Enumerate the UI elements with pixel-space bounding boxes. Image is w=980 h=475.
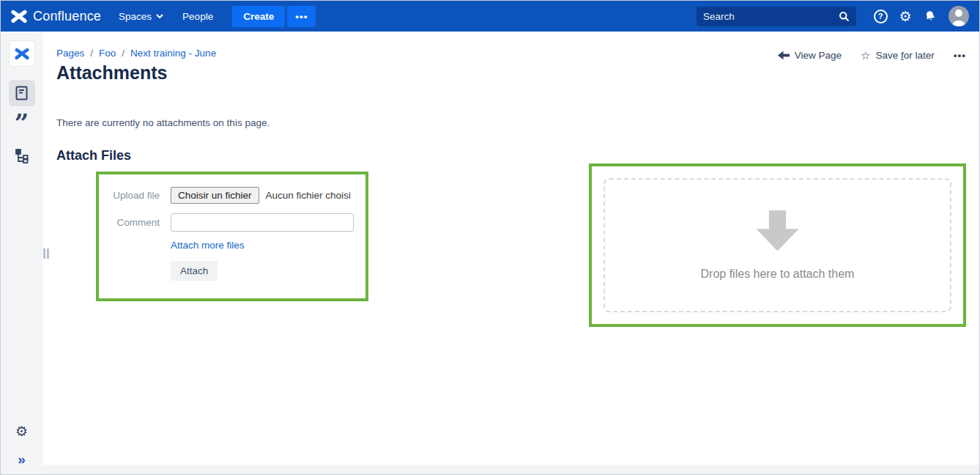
page-more-button[interactable]: ••• — [954, 50, 966, 61]
back-arrow-icon — [778, 51, 790, 60]
page-icon — [15, 86, 28, 100]
confluence-home-link[interactable]: Confluence — [11, 9, 101, 24]
attach-files-heading: Attach Files — [56, 148, 131, 163]
double-chevron-right-icon: » — [18, 452, 26, 466]
search-box[interactable] — [697, 7, 856, 26]
help-icon: ? — [874, 10, 888, 23]
drop-zone-message: Drop files here to attach them — [701, 268, 855, 281]
drop-zone[interactable]: Drop files here to attach them — [589, 163, 966, 327]
comment-label: Comment — [108, 217, 160, 228]
help-button[interactable]: ? — [868, 4, 893, 29]
top-navbar: Confluence Spaces People Create ••• ? ⚙ — [1, 1, 979, 32]
sidebar-resize-handle[interactable] — [43, 248, 49, 259]
app-window: Confluence Spaces People Create ••• ? ⚙ — [0, 0, 980, 475]
attach-more-files-link[interactable]: Attach more files — [171, 240, 245, 251]
space-logo[interactable] — [10, 41, 34, 66]
confluence-logo-icon — [11, 10, 27, 23]
view-page-button[interactable]: View Page — [778, 50, 842, 61]
create-button[interactable]: Create — [232, 6, 285, 27]
avatar-person-icon — [955, 10, 962, 17]
quote-icon: ” — [15, 118, 29, 133]
notifications-button[interactable] — [918, 4, 943, 29]
comment-input[interactable] — [171, 213, 354, 232]
space-settings-gear-icon: ⚙ — [15, 424, 28, 438]
view-page-label: View Page — [795, 50, 842, 61]
nav-people-link[interactable]: People — [182, 11, 213, 22]
drop-zone-dashed-area[interactable]: Drop files here to attach them — [604, 178, 951, 312]
nav-more-button[interactable]: ••• — [287, 6, 316, 27]
expand-sidebar-button[interactable]: » — [18, 452, 26, 466]
avatar-person-body — [952, 21, 965, 26]
sidebar-item-pages[interactable] — [9, 80, 35, 106]
gear-icon: ⚙ — [899, 10, 911, 23]
breadcrumb-separator: / — [90, 48, 93, 59]
breadcrumb-foo-link[interactable]: Foo — [99, 48, 116, 59]
empty-attachments-message: There are currently no attachments on th… — [56, 117, 270, 128]
search-icon[interactable] — [839, 11, 850, 22]
star-icon: ☆ — [861, 50, 870, 61]
nav-spaces-menu[interactable]: Spaces — [119, 11, 163, 22]
page-title: Attachments — [56, 62, 167, 84]
attach-button[interactable]: Attach — [171, 261, 218, 281]
space-confluence-icon — [15, 48, 29, 60]
upload-file-label: Upload file — [108, 190, 160, 201]
tree-icon — [15, 149, 29, 163]
chevron-down-icon — [156, 14, 163, 18]
breadcrumb: Pages / Foo / Next training - June — [56, 48, 216, 59]
nav-people-label: People — [182, 11, 213, 22]
brand-name: Confluence — [33, 9, 101, 24]
nav-spaces-label: Spaces — [119, 11, 152, 22]
main-content: Pages / Foo / Next training - June Attac… — [42, 32, 979, 474]
bell-icon — [922, 8, 938, 24]
space-sidebar: ” ⚙ » — [1, 32, 42, 474]
space-settings-button[interactable]: ⚙ — [15, 424, 28, 438]
breadcrumb-page-link[interactable]: Next training - June — [130, 48, 216, 59]
page-actions: View Page ☆ Save for later ••• — [778, 50, 966, 61]
user-avatar[interactable] — [949, 6, 969, 26]
download-arrow-icon — [757, 210, 799, 251]
sidebar-item-blogs[interactable]: ” — [15, 118, 29, 133]
file-chosen-status: Aucun fichier choisi — [266, 190, 351, 201]
settings-button[interactable]: ⚙ — [893, 4, 918, 29]
search-input[interactable] — [703, 11, 839, 22]
save-for-later-label: Save for later — [875, 50, 934, 61]
choose-file-button[interactable]: Choisir un fichier — [171, 187, 259, 204]
attach-files-form: Upload file Choisir un fichier Aucun fic… — [96, 172, 368, 301]
save-for-later-button[interactable]: ☆ Save for later — [861, 50, 935, 61]
breadcrumb-separator: / — [122, 48, 125, 59]
breadcrumb-pages-link[interactable]: Pages — [56, 48, 84, 59]
file-input-row: Choisir un fichier Aucun fichier choisi — [171, 187, 357, 204]
sidebar-item-space-tree[interactable] — [15, 149, 29, 163]
